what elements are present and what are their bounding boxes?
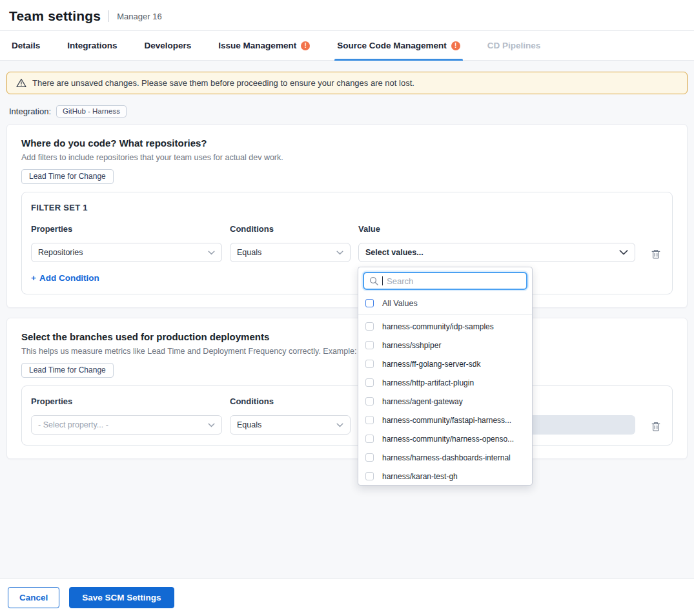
chevron-down-icon bbox=[336, 251, 343, 255]
property-select-placeholder: - Select property... - bbox=[38, 420, 108, 429]
save-scm-settings-button[interactable]: Save SCM Settings bbox=[69, 587, 174, 608]
repo-label: harness-community/idp-samples bbox=[382, 322, 494, 331]
dropdown-search-input[interactable]: Search bbox=[363, 272, 527, 290]
checkbox-all-values[interactable] bbox=[365, 299, 374, 307]
repo-label: harness/sshpiper bbox=[382, 341, 441, 350]
search-icon bbox=[369, 276, 378, 285]
content-area: There are unsaved changes. Please save t… bbox=[0, 61, 694, 578]
option-all-values[interactable]: All Values bbox=[358, 293, 532, 313]
tab-cd-pipelines-label: CD Pipelines bbox=[487, 41, 541, 50]
repositories-card-title: Where do you code? What repositories? bbox=[21, 138, 673, 149]
chevron-down-icon bbox=[208, 423, 215, 427]
chevron-down-icon bbox=[619, 250, 628, 255]
panel-divider bbox=[358, 314, 532, 315]
branches-card-subtitle: This helps us measure metrics like Lead … bbox=[21, 347, 673, 356]
checkbox-repo[interactable] bbox=[365, 435, 374, 443]
tab-source-code-management-label: Source Code Management bbox=[337, 41, 447, 50]
repo-label: harness/http-artifact-plugin bbox=[382, 378, 474, 387]
properties-header: Properties bbox=[31, 224, 222, 234]
tab-integrations[interactable]: Integrations bbox=[67, 31, 117, 60]
title-row: Team settings Manager 16 bbox=[0, 0, 694, 30]
repo-label: harness/karan-test-gh bbox=[382, 472, 458, 481]
value-header: Value bbox=[358, 224, 635, 234]
branches-card: Select the branches used for production … bbox=[6, 318, 688, 459]
tab-issue-management[interactable]: Issue Management ! bbox=[218, 31, 310, 60]
condition-select-value: Equals bbox=[237, 420, 261, 429]
branches-filter-box: Properties Conditions - Select property.… bbox=[21, 385, 673, 446]
checkbox-repo[interactable] bbox=[365, 322, 374, 331]
tab-details-label: Details bbox=[12, 41, 40, 50]
lead-time-chip: Lead Time for Change bbox=[21, 363, 114, 378]
filter-set-1-label: FILTER SET 1 bbox=[31, 203, 663, 212]
checkbox-repo[interactable] bbox=[365, 341, 374, 349]
tab-details[interactable]: Details bbox=[12, 31, 40, 60]
checkbox-repo[interactable] bbox=[365, 416, 374, 424]
option-repo[interactable]: harness/karan-test-gh bbox=[358, 467, 532, 486]
tab-developers[interactable]: Developers bbox=[145, 31, 192, 60]
repo-label: harness-community/fastapi-harness... bbox=[382, 416, 511, 425]
checkbox-repo[interactable] bbox=[365, 360, 374, 368]
filter-row: - Select property... - Equals bbox=[31, 415, 663, 435]
option-repo[interactable]: harness/sshpiper bbox=[358, 336, 532, 354]
cancel-button[interactable]: Cancel bbox=[8, 587, 59, 608]
repositories-card: Where do you code? What repositories? Ad… bbox=[6, 124, 688, 308]
option-repo[interactable]: harness-community/fastapi-harness... bbox=[358, 411, 532, 429]
repo-label: harness-community/harness-openso... bbox=[382, 435, 514, 444]
property-select-value: Repositories bbox=[38, 248, 83, 257]
team-name-label: Manager 16 bbox=[117, 12, 161, 21]
repo-label: harness/ff-golang-server-sdk bbox=[382, 360, 481, 369]
option-repo[interactable]: harness/ff-golang-server-sdk bbox=[358, 354, 532, 373]
condition-select[interactable]: Equals bbox=[230, 243, 351, 262]
properties-header: Properties bbox=[31, 396, 222, 406]
delete-filter-button[interactable] bbox=[649, 247, 662, 261]
tab-bar: Details Integrations Developers Issue Ma… bbox=[0, 30, 694, 61]
option-repo[interactable]: harness-community/harness-openso... bbox=[358, 429, 532, 448]
banner-text: There are unsaved changes. Please save t… bbox=[32, 78, 414, 88]
option-repo[interactable]: harness/harness-dashboards-internal bbox=[358, 448, 532, 467]
property-select[interactable]: - Select property... - bbox=[31, 415, 222, 435]
team-settings-page: Team settings Manager 16 Details Integra… bbox=[0, 0, 694, 616]
repo-label: harness/harness-dashboards-internal bbox=[382, 453, 511, 462]
tab-cd-pipelines: CD Pipelines bbox=[487, 31, 541, 60]
conditions-header: Conditions bbox=[230, 224, 351, 234]
lead-time-chip: Lead Time for Change bbox=[21, 169, 114, 184]
trash-icon bbox=[651, 249, 661, 260]
search-placeholder: Search bbox=[387, 276, 413, 286]
tab-developers-label: Developers bbox=[145, 41, 192, 50]
chevron-down-icon bbox=[336, 423, 343, 427]
warning-badge-icon: ! bbox=[301, 41, 310, 50]
checkbox-repo[interactable] bbox=[365, 378, 374, 387]
delete-filter-button[interactable] bbox=[649, 420, 662, 433]
integration-row: Integration: GitHub - Harness bbox=[9, 105, 685, 118]
tab-issue-management-label: Issue Management bbox=[218, 41, 296, 50]
all-values-label: All Values bbox=[382, 299, 418, 308]
checkbox-repo[interactable] bbox=[365, 453, 374, 462]
repo-label: harness/agent-gateway bbox=[382, 397, 463, 406]
values-dropdown-panel: Search All Values harness-community/idp-… bbox=[358, 267, 533, 486]
chevron-down-icon bbox=[208, 251, 215, 255]
page-header: Team settings Manager 16 Details Integra… bbox=[0, 0, 694, 61]
warning-triangle-icon bbox=[16, 78, 26, 88]
tab-source-code-management[interactable]: Source Code Management ! bbox=[337, 31, 460, 60]
add-condition-button[interactable]: + Add Condition bbox=[31, 273, 99, 283]
checkbox-repo[interactable] bbox=[365, 397, 374, 406]
condition-select-value: Equals bbox=[237, 248, 261, 257]
text-cursor bbox=[382, 276, 383, 285]
option-repo[interactable]: harness/agent-gateway bbox=[358, 392, 532, 411]
condition-select[interactable]: Equals bbox=[230, 415, 351, 435]
option-repo[interactable]: harness-community/idp-samples bbox=[358, 317, 532, 336]
plus-icon: + bbox=[31, 273, 36, 283]
branches-card-title: Select the branches used for production … bbox=[21, 331, 673, 342]
footer-bar: Cancel Save SCM Settings bbox=[0, 578, 694, 616]
integration-chip[interactable]: GitHub - Harness bbox=[56, 105, 127, 118]
filter-column-headers: Properties Conditions bbox=[31, 396, 663, 406]
integration-label: Integration: bbox=[9, 107, 51, 116]
tab-integrations-label: Integrations bbox=[67, 41, 117, 50]
trash-icon bbox=[651, 421, 661, 432]
filter-row: Repositories Equals bbox=[31, 243, 663, 262]
add-condition-label: Add Condition bbox=[39, 273, 99, 283]
property-select[interactable]: Repositories bbox=[31, 243, 222, 262]
value-multiselect[interactable]: Select values... bbox=[358, 243, 635, 262]
checkbox-repo[interactable] bbox=[365, 472, 374, 480]
option-repo[interactable]: harness/http-artifact-plugin bbox=[358, 373, 532, 392]
